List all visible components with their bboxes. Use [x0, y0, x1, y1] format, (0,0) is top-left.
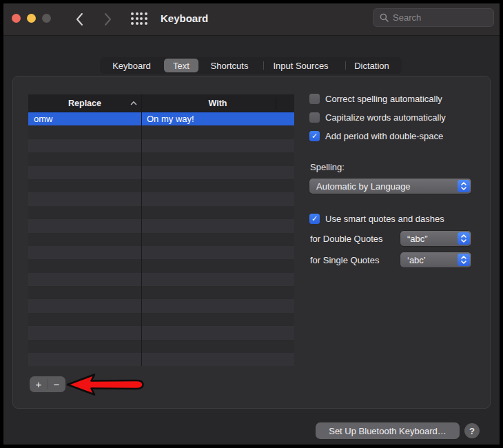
replace-cell[interactable]: omw — [34, 112, 52, 125]
checkbox-box[interactable]: ✓ — [309, 131, 320, 141]
checkbox-correct-spelling[interactable]: ✓ Correct spelling automatically — [309, 94, 442, 104]
grid-dot — [136, 17, 138, 20]
back-icon[interactable] — [74, 12, 86, 27]
grid-dot — [140, 17, 143, 20]
empty-table-row[interactable] — [28, 152, 294, 165]
sort-ascending-icon — [130, 101, 137, 105]
forward-icon[interactable] — [101, 12, 114, 27]
checkbox-label: Correct spelling automatically — [325, 94, 442, 104]
checkbox-label: Capitalize words automatically — [325, 112, 446, 123]
checkbox-add-period[interactable]: ✓ Add period with double-space — [309, 131, 443, 141]
search-icon — [380, 13, 389, 22]
single-quotes-dropdown[interactable]: ‘abc’ — [400, 252, 471, 267]
tab-shortcuts[interactable]: Shortcuts — [199, 57, 260, 74]
checkbox-label: Use smart quotes and dashes — [325, 214, 444, 224]
column-header-with[interactable]: With — [141, 94, 294, 112]
empty-table-row[interactable] — [28, 206, 294, 219]
double-quotes-label: for Double Quotes — [310, 234, 383, 244]
double-quotes-dropdown[interactable]: “abc” — [400, 231, 471, 246]
empty-table-row[interactable] — [28, 259, 294, 272]
checkbox-smart-quotes[interactable]: ✓ Use smart quotes and dashes — [309, 214, 444, 224]
with-cell[interactable]: On my way! — [147, 112, 194, 125]
checkbox-capitalize-words[interactable]: ✓ Capitalize words automatically — [309, 112, 446, 123]
grid-dot — [140, 22, 143, 25]
header-divider[interactable] — [276, 97, 276, 110]
empty-table-row[interactable] — [28, 299, 294, 312]
red-arrow-annotation — [65, 373, 150, 396]
column-divider — [141, 94, 142, 366]
empty-table-row[interactable] — [28, 273, 294, 286]
grid-dot — [136, 12, 138, 15]
help-button[interactable]: ? — [464, 423, 480, 438]
dropdown-stepper-icon — [458, 254, 470, 266]
empty-table-row[interactable] — [28, 326, 294, 339]
empty-table-row[interactable] — [28, 246, 294, 259]
grid-dot — [131, 22, 134, 25]
empty-table-row[interactable] — [28, 340, 294, 353]
title-bar: Keyboard — [3, 3, 500, 36]
single-quotes-label: for Single Quotes — [310, 255, 379, 265]
tab-dictation[interactable]: Dictation — [342, 57, 402, 74]
empty-table-row[interactable] — [28, 179, 294, 192]
empty-table-row[interactable] — [28, 166, 294, 179]
grid-dot — [145, 22, 147, 25]
screenshot-root: Keyboard KeyboardTextShortcutsInput Sour… — [0, 0, 503, 448]
empty-table-row[interactable] — [28, 192, 294, 205]
grid-dot — [145, 17, 147, 20]
zoom-window-button[interactable] — [42, 14, 51, 23]
spelling-label: Spelling: — [310, 162, 345, 172]
grid-dot — [131, 17, 134, 20]
button-divider — [48, 379, 48, 389]
table-header: Replace With — [28, 94, 294, 112]
add-button[interactable]: + — [30, 376, 48, 392]
text-replacement-table: Replace With omw On my way! — [28, 94, 294, 366]
search-field[interactable] — [373, 8, 494, 27]
minimize-window-button[interactable] — [27, 14, 36, 23]
dropdown-value: “abc” — [407, 234, 428, 244]
dropdown-value: Automatic by Language — [316, 181, 411, 192]
search-input[interactable] — [393, 12, 482, 23]
tab-keyboard[interactable]: Keyboard — [100, 57, 163, 74]
show-all-grid-icon[interactable] — [130, 12, 148, 26]
grid-dot — [140, 12, 143, 15]
check-icon: ✓ — [311, 132, 318, 140]
tab-input-sources[interactable]: Input Sources — [260, 57, 342, 74]
empty-table-row[interactable] — [28, 219, 294, 232]
checkbox-box[interactable]: ✓ — [309, 214, 320, 224]
dropdown-stepper-icon — [458, 232, 470, 245]
dropdown-value: ‘abc’ — [407, 255, 426, 265]
empty-table-row[interactable] — [28, 139, 294, 152]
checkbox-box[interactable]: ✓ — [309, 112, 320, 123]
setup-bluetooth-keyboard-button[interactable]: Set Up Bluetooth Keyboard… — [316, 422, 460, 439]
spelling-dropdown[interactable]: Automatic by Language — [309, 179, 471, 194]
empty-table-row[interactable] — [28, 313, 294, 326]
window-title: Keyboard — [161, 12, 208, 24]
close-window-button[interactable] — [12, 14, 21, 23]
column-header-replace[interactable]: Replace — [28, 94, 141, 112]
grid-dot — [136, 22, 138, 25]
grid-dot — [145, 12, 147, 15]
remove-button[interactable]: − — [48, 376, 65, 392]
check-icon: ✓ — [311, 215, 318, 223]
table-body: omw On my way! — [28, 112, 294, 366]
checkbox-box[interactable]: ✓ — [309, 94, 320, 104]
tab-text[interactable]: Text — [163, 57, 199, 74]
table-row-selected[interactable]: omw On my way! — [28, 112, 294, 125]
empty-table-row[interactable] — [28, 233, 294, 246]
preferences-window: Keyboard KeyboardTextShortcutsInput Sour… — [3, 3, 500, 445]
add-remove-control: + − — [30, 376, 65, 392]
tab-bar: KeyboardTextShortcutsInput SourcesDictat… — [100, 57, 402, 74]
empty-table-row[interactable] — [28, 286, 294, 299]
empty-table-row[interactable] — [28, 353, 294, 366]
checkbox-label: Add period with double-space — [325, 131, 443, 141]
dropdown-stepper-icon — [458, 180, 470, 192]
empty-table-row[interactable] — [28, 125, 294, 139]
grid-dot — [131, 12, 134, 15]
